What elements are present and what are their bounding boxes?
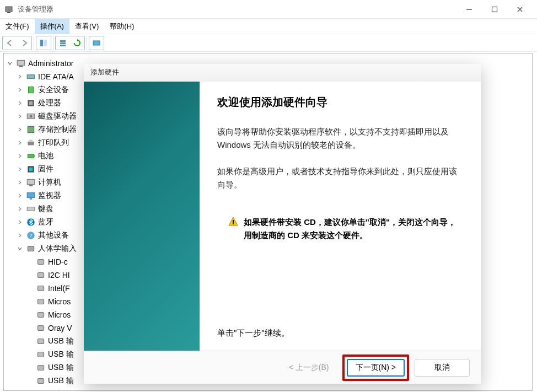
menu-file[interactable]: 文件(F): [0, 19, 35, 34]
svg-rect-26: [29, 168, 33, 171]
chevron-icon[interactable]: [16, 139, 24, 147]
warning-icon: [228, 217, 238, 227]
tree-node-label: USB 输: [48, 376, 74, 386]
device-icon: [36, 323, 46, 333]
show-hide-button[interactable]: [36, 36, 51, 50]
device-icon: [36, 336, 46, 346]
tree-node-label: 人体学输入: [38, 244, 77, 254]
svg-rect-45: [37, 379, 44, 384]
svg-rect-28: [29, 185, 33, 186]
svg-rect-24: [34, 155, 35, 157]
chevron-icon[interactable]: [16, 165, 24, 173]
chevron-icon[interactable]: [16, 179, 24, 186]
computer-icon: [16, 58, 26, 68]
chevron-icon[interactable]: [16, 232, 24, 239]
svg-rect-8: [60, 40, 66, 42]
cancel-button[interactable]: 取消: [415, 359, 470, 377]
svg-rect-23: [28, 154, 34, 158]
svg-rect-27: [27, 179, 35, 184]
tree-node-label: 计算机: [38, 178, 61, 187]
svg-point-19: [30, 115, 33, 118]
tree-node-label: 磁盘驱动器: [38, 111, 77, 121]
wizard-paragraph-1: 该向导将帮助你安装驱动程序软件，以支持不支持即插即用以及 Windows 无法自…: [217, 125, 463, 152]
next-button[interactable]: 下一页(N) >: [347, 359, 405, 377]
battery-icon: [26, 151, 36, 161]
app-icon: [4, 5, 13, 14]
svg-rect-12: [17, 60, 25, 65]
chevron-icon[interactable]: [16, 112, 24, 120]
wizard-sidebar-image: [84, 82, 200, 351]
bluetooth-icon: [26, 217, 36, 227]
back-button: [3, 36, 17, 50]
printer-icon: [26, 138, 36, 148]
tree-node[interactable]: 符合 H: [6, 388, 530, 391]
maximize-button[interactable]: [482, 1, 507, 18]
menu-help[interactable]: 帮助(H): [104, 19, 139, 34]
properties-button[interactable]: [56, 36, 70, 50]
wizard-header: 添加硬件: [84, 64, 481, 82]
chevron-icon[interactable]: [16, 126, 24, 133]
chevron-icon[interactable]: [16, 86, 24, 94]
tree-node-label: I2C HI: [48, 271, 70, 280]
tree-node-label: HID-c: [48, 257, 68, 266]
menu-action[interactable]: 操作(A): [35, 19, 69, 34]
svg-rect-38: [37, 286, 44, 291]
chevron-icon[interactable]: [16, 192, 24, 200]
svg-rect-36: [37, 260, 44, 265]
menubar: 文件(F) 操作(A) 查看(V) 帮助(H): [0, 19, 537, 34]
tree-node-label: 监视器: [38, 191, 61, 201]
chevron-down-icon[interactable]: [6, 60, 14, 67]
wizard-content: 欢迎使用添加硬件向导 该向导将帮助你安装驱动程序软件，以支持不支持即插即用以及 …: [200, 82, 481, 351]
tree-node-label: 电池: [38, 151, 53, 161]
svg-rect-44: [37, 366, 44, 370]
device-icon: [36, 310, 46, 320]
minimize-button[interactable]: [457, 1, 482, 18]
svg-rect-29: [27, 192, 35, 197]
refresh-button[interactable]: [70, 36, 84, 50]
chevron-icon[interactable]: [16, 218, 24, 226]
tree-node-label: 安全设备: [38, 85, 69, 95]
tree-node-label: Intel(F: [48, 284, 70, 293]
chevron-icon[interactable]: [16, 152, 24, 160]
menu-view[interactable]: 查看(V): [69, 19, 104, 34]
firmware-icon: [26, 164, 36, 174]
cpu-icon: [26, 98, 36, 108]
storage-icon: [26, 125, 36, 135]
update-driver-button[interactable]: [89, 36, 104, 50]
titlebar: 设备管理器: [0, 0, 537, 19]
wizard-warning-text: 如果硬件带安装 CD，建议你单击"取消"，关闭这个向导，用制造商的 CD 来安装…: [244, 216, 463, 242]
chevron-icon[interactable]: [16, 245, 24, 253]
tree-node-label: Oray V: [48, 324, 72, 332]
svg-rect-31: [27, 207, 35, 211]
svg-rect-48: [233, 223, 234, 224]
wizard-continue-text: 单击"下一步"继续。: [217, 328, 463, 339]
device-icon: [36, 283, 46, 293]
tree-node-label: 固件: [38, 164, 53, 174]
svg-rect-9: [60, 42, 66, 44]
svg-rect-13: [19, 66, 23, 67]
security-icon: [26, 85, 36, 95]
tree-node-label: 符合 H: [48, 389, 71, 391]
close-button[interactable]: [507, 1, 533, 18]
wizard-title: 欢迎使用添加硬件向导: [217, 95, 463, 110]
window-controls: [457, 1, 533, 18]
svg-text:?: ?: [29, 233, 32, 238]
wizard-paragraph-2: 如果你是高级用户，或者技术支持指导你来到此处，则只应使用该向导。: [217, 165, 463, 191]
svg-rect-41: [37, 326, 44, 331]
chevron-icon[interactable]: [16, 73, 24, 80]
svg-rect-35: [28, 246, 34, 251]
svg-rect-6: [40, 40, 43, 46]
device-icon: [36, 389, 46, 391]
back-button: < 上一步(B): [281, 359, 337, 377]
svg-rect-40: [37, 313, 44, 318]
computer-icon: [26, 178, 36, 187]
svg-rect-37: [37, 273, 44, 278]
tree-node-label: Micros: [48, 310, 71, 319]
next-button-highlight: 下一页(N) >: [342, 355, 410, 381]
chevron-icon[interactable]: [16, 205, 24, 213]
tree-node-label: Micros: [48, 297, 71, 306]
chevron-icon[interactable]: [16, 99, 24, 107]
svg-rect-15: [29, 87, 34, 93]
wizard-warning: 如果硬件带安装 CD，建议你单击"取消"，关闭这个向导，用制造商的 CD 来安装…: [228, 216, 463, 242]
svg-rect-22: [29, 139, 33, 142]
